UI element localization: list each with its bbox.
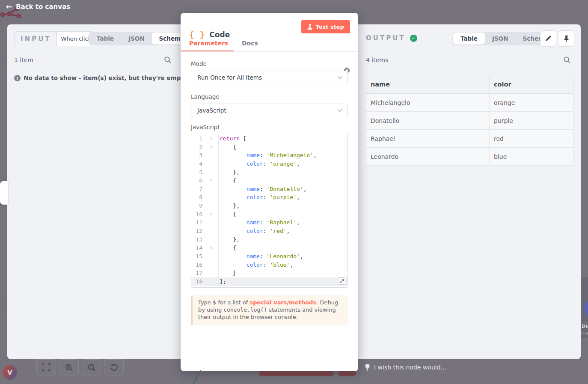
code-line-11[interactable]: 11 name: 'Raphael', — [191, 218, 347, 227]
code-line-15[interactable]: 15 name: 'Leonardo', — [191, 252, 347, 261]
hint-code: console.log() — [223, 307, 267, 313]
output-items-count: 4 items — [366, 57, 388, 63]
zoom-in-button[interactable] — [59, 359, 79, 375]
code-line-7[interactable]: 7 name: 'Donatello', — [191, 185, 347, 193]
mode-select[interactable]: Run Once for All Items — [191, 71, 348, 84]
language-label: Language — [191, 93, 220, 100]
code-line-10[interactable]: 10∨ { — [191, 210, 347, 219]
mode-value: Run Once for All Items — [197, 74, 262, 81]
line-number-gutter: 16 — [191, 261, 219, 269]
code-line-14[interactable]: 14∨ { — [191, 244, 347, 252]
fold-chevron-icon[interactable]: ∨ — [210, 134, 212, 143]
test-step-button[interactable]: Test step — [301, 20, 350, 33]
pin-data-button[interactable] — [558, 30, 574, 47]
column-header-name: name — [366, 75, 490, 94]
fold-chevron-icon[interactable]: ∨ — [210, 210, 212, 219]
pin-icon — [563, 35, 570, 42]
reset-zoom-button[interactable] — [104, 359, 124, 375]
line-number-gutter: 1∨ — [191, 134, 219, 143]
editor-resize-grip[interactable] — [338, 277, 345, 285]
fit-view-button[interactable] — [36, 359, 56, 375]
dimmed-canvas-button — [338, 371, 356, 376]
output-title: OUTPUT — [366, 34, 406, 42]
line-number-gutter: 17 — [191, 269, 219, 277]
input-tab-json[interactable]: JSON — [121, 33, 152, 45]
user-avatar[interactable]: V — [3, 365, 17, 380]
flask-icon — [307, 24, 312, 30]
language-value: JavaScript — [197, 107, 226, 114]
tab-parameters[interactable]: Parameters — [189, 40, 228, 47]
line-number-gutter: 15 — [191, 252, 219, 261]
mode-label: Mode — [191, 60, 207, 67]
pencil-icon — [545, 35, 552, 42]
table-cell: blue — [490, 148, 573, 166]
line-number-gutter: 10∨ — [191, 210, 219, 219]
code-line-6[interactable]: 6∨ { — [191, 176, 347, 185]
edit-output-button[interactable] — [540, 30, 556, 47]
output-tab-table[interactable]: Table — [453, 33, 485, 45]
test-step-label: Test step — [315, 24, 344, 30]
output-search-icon[interactable] — [563, 56, 571, 64]
language-select[interactable]: JavaScript — [191, 104, 348, 117]
n8n-node-detail-view: ← Back to canvas INPUT When clickin Tabl… — [0, 0, 588, 384]
table-row[interactable]: Donatellopurple — [366, 112, 573, 130]
wish-text: I wish this node would... — [374, 364, 446, 371]
line-number-gutter: 6∨ — [191, 176, 219, 185]
back-label: Back to canvas — [16, 3, 70, 11]
code-line-13[interactable]: 13 }, — [191, 235, 347, 244]
partial-node-label: Dis — [582, 324, 588, 329]
line-number-gutter: 13 — [191, 235, 219, 244]
table-cell: orange — [490, 94, 573, 112]
code-line-5[interactable]: 5 }, — [191, 168, 347, 177]
zoom-in-icon — [65, 363, 73, 372]
code-line-4[interactable]: 4 color: 'orange', — [191, 160, 347, 168]
input-label-wrap: INPUT — [15, 32, 57, 46]
output-tab-json[interactable]: JSON — [485, 33, 516, 45]
input-source-node-button[interactable]: When clickin — [57, 32, 94, 46]
code-line-2[interactable]: 2∨ { — [191, 143, 347, 152]
code-lines: 1∨return [2∨ {3 name: 'Michelangelo',4 c… — [191, 134, 347, 286]
table-cell: purple — [490, 112, 573, 130]
node-title[interactable]: Code — [209, 30, 230, 39]
node-feedback-link[interactable]: I wish this node would... — [365, 363, 446, 371]
hint-prefix: Type $ for a list of — [198, 299, 249, 306]
fold-chevron-icon[interactable]: ∨ — [210, 143, 212, 152]
code-editor[interactable]: 1∨return [2∨ {3 name: 'Michelangelo',4 c… — [191, 133, 348, 288]
table-row[interactable]: Michelangeloorange — [366, 94, 573, 112]
code-text: return [ — [219, 134, 246, 143]
zoom-out-button[interactable] — [82, 359, 101, 375]
table-row[interactable]: Raphaelred — [366, 130, 573, 148]
input-tab-table[interactable]: Table — [89, 33, 121, 45]
code-text: ]; — [219, 277, 226, 286]
modal-tabs: Parameters Docs — [181, 40, 358, 51]
code-line-16[interactable]: 16 color: 'blue', — [191, 261, 347, 269]
code-editor-label: JavaScript — [191, 124, 220, 131]
input-view-tabs: TableJSONSchema — [89, 32, 193, 45]
output-title-row: OUTPUT ✓ — [366, 34, 417, 42]
code-text: }, — [219, 168, 240, 177]
output-table-body: MichelangeloorangeDonatellopurpleRaphael… — [366, 94, 573, 166]
table-row[interactable]: Leonardoblue — [366, 148, 573, 166]
tab-docs[interactable]: Docs — [242, 40, 258, 47]
code-line-1[interactable]: 1∨return [ — [191, 134, 347, 143]
special-vars-link[interactable]: special vars/methods — [249, 299, 316, 306]
input-empty-message-row: i No data to show - item(s) exist, but t… — [14, 74, 187, 81]
column-header-color: color — [490, 75, 573, 94]
code-text: name: 'Raphael', — [219, 218, 300, 227]
code-text: { — [219, 244, 236, 252]
code-line-3[interactable]: 3 name: 'Michelangelo', — [191, 151, 347, 160]
code-line-17[interactable]: 17 } — [191, 269, 347, 277]
fold-chevron-icon[interactable]: ∨ — [210, 244, 212, 252]
code-line-12[interactable]: 12 color: 'red', — [191, 227, 347, 235]
code-text: } — [219, 269, 236, 277]
panel-side-handle[interactable] — [0, 181, 8, 205]
back-arrow-icon: ← — [6, 3, 12, 11]
code-line-8[interactable]: 8 color: 'purple', — [191, 193, 347, 202]
back-to-canvas-button[interactable]: ← Back to canvas — [6, 3, 70, 11]
fold-chevron-icon[interactable]: ∨ — [210, 176, 212, 185]
line-number-gutter: 7 — [191, 185, 219, 193]
code-line-18[interactable]: 18]; — [191, 277, 347, 286]
line-number-gutter: 2∨ — [191, 143, 219, 152]
code-line-9[interactable]: 9 }, — [191, 202, 347, 210]
input-search-icon[interactable] — [164, 56, 172, 64]
